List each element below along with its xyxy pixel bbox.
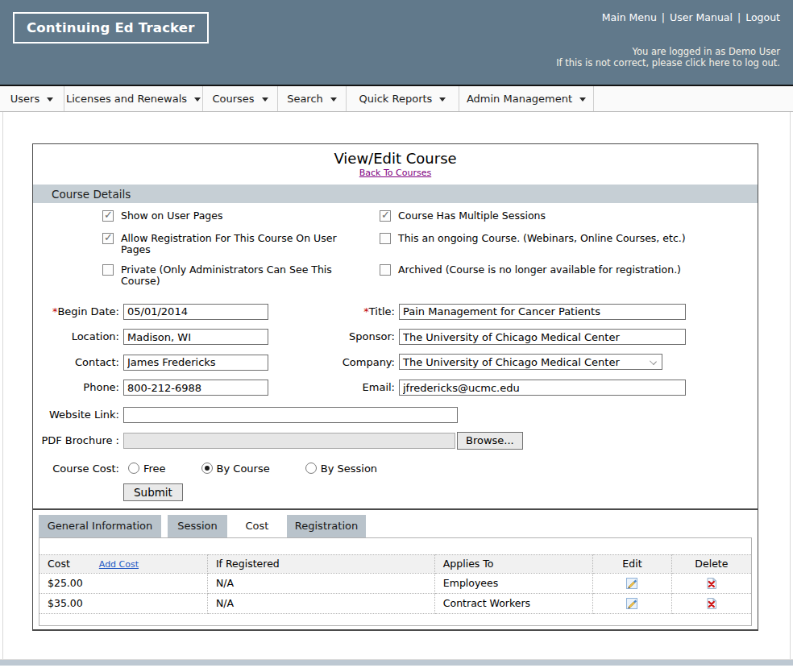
- link-separator: |: [662, 11, 665, 23]
- checkbox-label: Allow Registration For This Course On Us…: [121, 233, 337, 255]
- cost-table-panel: CostAdd Cost If Registered Applies To Ed…: [39, 537, 752, 626]
- sponsor-input[interactable]: [399, 329, 686, 345]
- if-registered-column-header: If Registered: [207, 554, 434, 573]
- email-input[interactable]: [399, 380, 686, 396]
- edit-cost-button[interactable]: [625, 577, 638, 590]
- course-form: *Begin Date: *Title: Location: Sponsor: …: [33, 303, 758, 396]
- check-icon: ✓: [381, 209, 390, 221]
- delete-cost-button[interactable]: [705, 577, 718, 590]
- email-label: Email:: [278, 381, 399, 393]
- nav-licenses-and-renewals[interactable]: Licenses and Renewals: [64, 86, 203, 111]
- applies-to-cell: Employees: [434, 573, 592, 593]
- header-links: Main Menu|User Manual|Logout: [602, 11, 780, 23]
- checkbox-label: Private (Only Administrators Can See Thi…: [121, 264, 337, 287]
- tab-general-information[interactable]: General Information: [39, 515, 161, 537]
- logged-in-as-text: You are logged in as Demo User: [556, 46, 780, 57]
- private-course-checkbox[interactable]: ✓: [102, 264, 114, 276]
- nav-users[interactable]: Users: [0, 86, 64, 111]
- checkbox-label: Show on User Pages: [121, 210, 222, 222]
- file-path-field[interactable]: [123, 433, 455, 449]
- if-registered-cell: N/A: [207, 573, 434, 593]
- radio-label: By Course: [217, 463, 270, 475]
- tab-cost[interactable]: Cost: [234, 515, 280, 537]
- add-cost-link[interactable]: Add Cost: [99, 559, 139, 570]
- if-registered-cell: N/A: [207, 593, 434, 613]
- submit-button[interactable]: Submit: [123, 483, 183, 501]
- edit-icon: [625, 597, 638, 610]
- contact-input[interactable]: [123, 355, 268, 371]
- edit-cost-button[interactable]: [625, 597, 638, 610]
- pdf-brochure-label: PDF Brochure :: [33, 435, 123, 446]
- title-input[interactable]: [399, 304, 686, 320]
- table-row: $35.00 N/A Contract Workers: [39, 593, 751, 613]
- website-link-input[interactable]: [123, 407, 458, 423]
- delete-column-header: Delete: [671, 554, 751, 573]
- logout-link[interactable]: Logout: [745, 11, 780, 23]
- cost-table: CostAdd Cost If Registered Applies To Ed…: [39, 554, 751, 614]
- main-area: View/Edit Course Back To Courses Course …: [0, 112, 793, 666]
- cost-by-course-radio[interactable]: [201, 463, 213, 474]
- location-input[interactable]: [123, 329, 268, 345]
- website-link-label: Website Link:: [33, 409, 123, 421]
- location-label: Location:: [33, 330, 123, 342]
- checkbox-label: This an ongoing Course. (Webinars, Onlin…: [398, 233, 686, 244]
- radio-label: By Session: [321, 463, 377, 475]
- course-cost-label: Course Cost:: [33, 463, 123, 475]
- tab-registration[interactable]: Registration: [287, 515, 366, 537]
- company-select[interactable]: The University of Chicago Medical Center: [399, 354, 662, 370]
- chevron-down-icon: [47, 97, 53, 102]
- browse-button[interactable]: Browse...: [457, 432, 523, 450]
- footer-bar: [0, 660, 793, 666]
- nav-quick-reports[interactable]: Quick Reports: [347, 86, 459, 111]
- ongoing-course-checkbox[interactable]: ✓: [380, 233, 391, 244]
- check-icon: ✓: [104, 231, 113, 243]
- link-separator: |: [737, 11, 741, 23]
- logout-here-link[interactable]: If this is not correct, please click her…: [556, 57, 780, 68]
- table-row: $25.00 N/A Employees: [39, 573, 751, 593]
- delete-icon: [705, 577, 718, 590]
- nav-search[interactable]: Search: [278, 86, 347, 111]
- pdf-file-input: Browse...: [123, 432, 691, 450]
- edit-column-header: Edit: [593, 554, 672, 573]
- show-on-user-pages-checkbox[interactable]: ✓: [102, 210, 114, 222]
- edit-icon: [625, 577, 638, 590]
- main-nav: Users Licenses and Renewals Courses Sear…: [0, 85, 793, 112]
- chevron-down-icon: [579, 97, 586, 102]
- applies-to-cell: Contract Workers: [434, 593, 592, 613]
- user-manual-link[interactable]: User Manual: [670, 11, 733, 23]
- nav-courses[interactable]: Courses: [203, 86, 278, 111]
- archived-checkbox[interactable]: ✓: [380, 264, 391, 276]
- course-flags: ✓ Show on User Pages ✓ Course Has Multip…: [33, 210, 758, 294]
- delete-cost-button[interactable]: [705, 597, 718, 610]
- course-details-header: Course Details: [33, 185, 758, 203]
- login-status: You are logged in as Demo User If this i…: [556, 46, 780, 68]
- sponsor-label: Sponsor:: [278, 330, 399, 342]
- cost-free-radio[interactable]: [128, 463, 139, 474]
- chevron-down-icon: [330, 97, 337, 102]
- nav-admin-management[interactable]: Admin Management: [459, 86, 594, 111]
- multiple-sessions-checkbox[interactable]: ✓: [380, 210, 391, 222]
- checkbox-label: Course Has Multiple Sessions: [398, 210, 546, 222]
- begin-date-input[interactable]: [123, 304, 268, 320]
- cost-cell: $25.00: [39, 573, 207, 593]
- delete-icon: [705, 597, 718, 610]
- begin-date-label: *Begin Date:: [33, 305, 123, 317]
- phone-input[interactable]: [123, 380, 268, 396]
- chevron-down-icon: [439, 97, 446, 102]
- app-header: Continuing Ed Tracker Main Menu|User Man…: [0, 0, 793, 85]
- back-to-courses-link[interactable]: Back To Courses: [33, 168, 758, 178]
- allow-registration-checkbox[interactable]: ✓: [102, 233, 114, 244]
- cost-cell: $35.00: [39, 593, 207, 613]
- table-header-row: CostAdd Cost If Registered Applies To Ed…: [39, 554, 751, 573]
- tab-session[interactable]: Session: [168, 515, 227, 537]
- course-tabs: General Information Session Cost Registr…: [33, 515, 758, 537]
- phone-label: Phone:: [33, 381, 123, 393]
- chevron-down-icon: [262, 97, 268, 102]
- title-label: *Title:: [278, 305, 399, 317]
- app-logo: Continuing Ed Tracker: [13, 12, 209, 44]
- main-menu-link[interactable]: Main Menu: [602, 11, 657, 23]
- chevron-down-icon: [650, 358, 657, 365]
- company-label: Company:: [278, 356, 399, 368]
- cost-column-header: CostAdd Cost: [39, 554, 207, 573]
- cost-by-session-radio[interactable]: [305, 463, 317, 474]
